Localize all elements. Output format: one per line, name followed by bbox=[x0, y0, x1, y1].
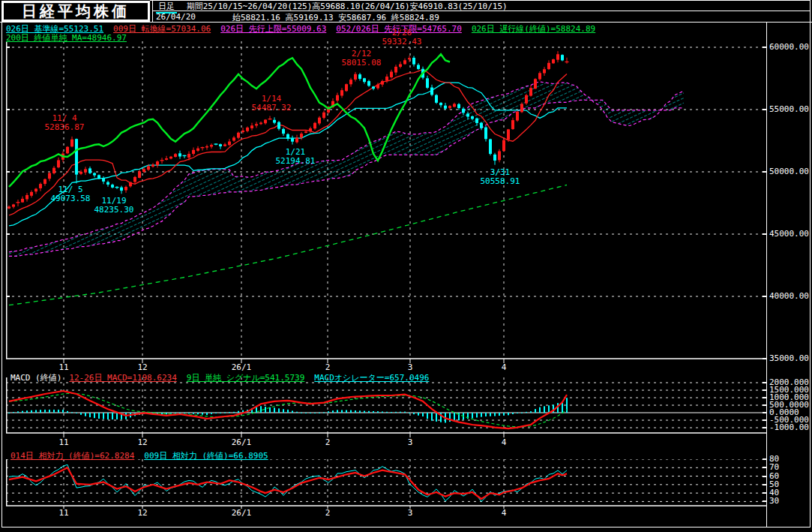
y-axis-label: 50000.00 bbox=[769, 167, 809, 176]
y-axis-tick bbox=[763, 397, 766, 398]
x-axis-label: 4 bbox=[502, 363, 507, 372]
y-axis-tick bbox=[763, 109, 766, 110]
x-axis-label: 4 bbox=[502, 438, 507, 447]
y-axis-label: 30 bbox=[769, 497, 779, 505]
x-axis-label: 2 bbox=[325, 509, 331, 518]
y-axis-tick bbox=[763, 467, 766, 468]
y-axis-label: 70 bbox=[769, 463, 779, 471]
rsi-panel[interactable] bbox=[6, 459, 766, 509]
y-axis-tick bbox=[763, 458, 766, 460]
legend-item: 026日 先行上限=55009.63 bbox=[220, 24, 326, 34]
x-axis-label: 12 bbox=[137, 438, 147, 447]
y-axis-tick bbox=[763, 419, 766, 421]
x-axis-label: 3 bbox=[408, 363, 413, 372]
window-right-border bbox=[810, 0, 811, 527]
x-axis-label: 26/1 bbox=[232, 363, 252, 372]
x-axis-label: 2 bbox=[325, 363, 331, 372]
y-axis-tick bbox=[763, 47, 766, 48]
legend-item: 026日 遅行線(終値)=58824.89 bbox=[472, 24, 595, 34]
x-axis-label: 26/1 bbox=[232, 438, 252, 447]
price-annotation: 11/1948235.30 bbox=[87, 197, 141, 215]
y-axis-tick bbox=[763, 358, 766, 359]
window-bottom-border bbox=[1, 527, 811, 527]
price-annotation: 1/2152194.81 bbox=[268, 148, 322, 166]
rsi9-line bbox=[9, 464, 567, 501]
quote-date: 26/04/20 bbox=[156, 12, 196, 22]
legend-macd: MACD (終値)12-26日 MACD=1198.62349日 単純 シグナル… bbox=[10, 372, 439, 383]
price-annotation: 2/1258015.08 bbox=[334, 50, 388, 68]
x-axis-label: 11 bbox=[58, 438, 68, 447]
header-bottom-divider bbox=[0, 22, 812, 23]
legend-item: 200日 終値単純 MA=48946.97 bbox=[6, 33, 127, 43]
macd-panel[interactable] bbox=[6, 377, 766, 439]
legend-item: 014日 相対力 (終値)=62.8284 bbox=[10, 451, 134, 461]
x-axis-label: 3 bbox=[408, 509, 413, 518]
annotation-value: 52194.81 bbox=[268, 157, 322, 166]
legend-item: 009日 相対力 (終値)=66.8905 bbox=[144, 451, 268, 461]
legend-item: 9日 単純 シグナル=541.5739 bbox=[187, 373, 305, 383]
y-axis-label: 35000.00 bbox=[769, 354, 809, 362]
x-axis-label: 12 bbox=[137, 509, 147, 518]
x-axis-label: 3 bbox=[408, 438, 413, 447]
annotation-value: 59332.43 bbox=[375, 38, 429, 47]
y-axis-tick bbox=[763, 389, 766, 391]
annotation-value: 52836.87 bbox=[37, 123, 91, 132]
legend-rsi: 014日 相対力 (終値)=62.8284009日 相対力 (終値)=66.89… bbox=[10, 450, 278, 461]
window-left-border bbox=[1, 22, 2, 527]
x-axis-label: 4 bbox=[502, 509, 507, 518]
y-axis-tick bbox=[763, 296, 766, 297]
y-axis-tick bbox=[763, 412, 766, 413]
y-axis-label: -1000.00 bbox=[769, 423, 809, 431]
y-axis-tick bbox=[763, 382, 766, 383]
y-axis-tick bbox=[763, 427, 766, 428]
annotation-value: 54487.32 bbox=[244, 104, 298, 113]
price-annotation: 1/1454487.32 bbox=[244, 95, 298, 113]
header-separator bbox=[152, 0, 153, 23]
header-divider bbox=[153, 11, 811, 11]
legend-item: MACDオシレーター=657.0496 bbox=[314, 373, 429, 383]
y-axis-tick bbox=[763, 500, 766, 502]
y-axis-label: 40000.00 bbox=[769, 292, 809, 300]
annotation-value: 58015.08 bbox=[334, 59, 388, 68]
x-axis-label: 11 bbox=[58, 509, 68, 518]
page-title: 日経平均株価 bbox=[22, 2, 130, 22]
annotation-value: 50558.91 bbox=[473, 177, 527, 186]
y-axis-tick bbox=[763, 404, 766, 406]
x-axis-label: 11 bbox=[58, 363, 68, 372]
x-axis-label: 12 bbox=[137, 363, 147, 372]
legend-item: 12-26日 MACD=1198.6234 bbox=[69, 373, 176, 383]
y-axis-tick bbox=[763, 484, 766, 485]
y-axis-tick bbox=[763, 492, 766, 494]
rsi14-line bbox=[9, 467, 567, 499]
annotation-value: 48235.30 bbox=[87, 206, 141, 215]
y-axis-tick bbox=[763, 233, 766, 235]
y-axis-label: 45000.00 bbox=[769, 230, 809, 238]
x-axis-label: 26/1 bbox=[232, 509, 252, 518]
legend-prefix: MACD (終値) bbox=[10, 373, 61, 383]
title-box: 日経平均株価 bbox=[1, 1, 150, 22]
legend-ichimoku-row2: 200日 終値単純 MA=48946.97 bbox=[6, 32, 136, 44]
chart-app-window: 日経平均株価 日足 期間25/10/15~26/04/20(125)高59688… bbox=[0, 0, 812, 532]
right-axis-line bbox=[766, 23, 767, 527]
price-annotation: 2/2659332.43 bbox=[375, 29, 429, 47]
y-axis-label: 60000.00 bbox=[769, 43, 809, 51]
x-axis-label: 2 bbox=[325, 438, 331, 447]
y-axis-label: 55000.00 bbox=[769, 105, 809, 113]
y-axis-tick bbox=[763, 171, 766, 173]
price-annotation: 11/ 452836.87 bbox=[37, 114, 91, 132]
price-annotation: 3/3150558.91 bbox=[473, 168, 527, 186]
y-axis-tick bbox=[763, 476, 766, 477]
